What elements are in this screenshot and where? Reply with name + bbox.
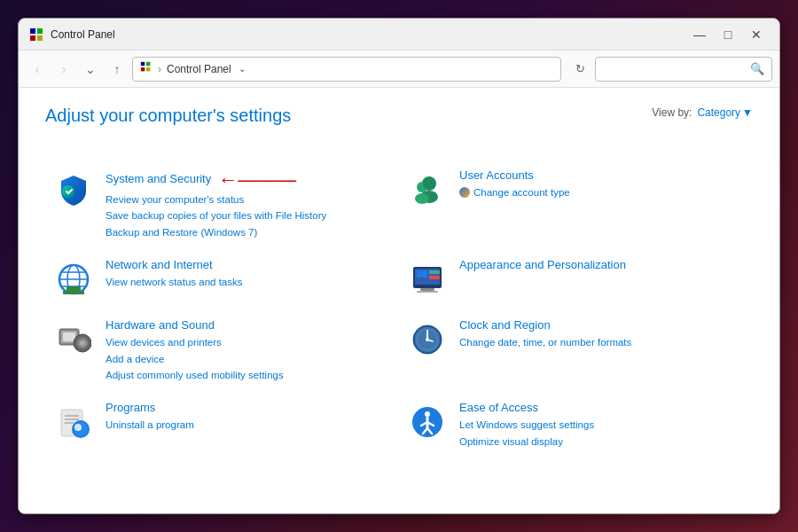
- system-security-arrow: ←———: [218, 168, 296, 192]
- svg-point-48: [425, 411, 430, 417]
- svg-rect-25: [429, 276, 440, 279]
- svg-rect-20: [63, 291, 84, 294]
- view-by-dropdown[interactable]: Category ▼: [697, 106, 753, 119]
- category-system-security: System and Security ←——— Review your com…: [45, 160, 399, 249]
- user-accounts-text: User Accounts Change account type: [459, 168, 746, 200]
- svg-rect-3: [37, 35, 43, 41]
- address-dropdown[interactable]: ⌄: [235, 64, 249, 74]
- svg-point-33: [80, 340, 85, 346]
- svg-rect-2: [30, 35, 35, 41]
- refresh-button[interactable]: ↻: [568, 58, 591, 81]
- view-by-label: View by:: [652, 106, 692, 119]
- window-controls: — □ ✕: [687, 26, 769, 43]
- close-button[interactable]: ✕: [744, 26, 769, 43]
- programs-text: Programs Uninstall a program: [106, 401, 392, 433]
- page-title: Adjust your computer's settings: [45, 106, 291, 126]
- path-current: Control Panel: [167, 63, 231, 75]
- search-icon: 🔍: [750, 62, 764, 75]
- hardware-text: Hardware and Sound View devices and prin…: [106, 318, 392, 383]
- view-devices-link[interactable]: View devices and printers: [106, 334, 392, 350]
- view-by: View by: Category ▼: [652, 106, 753, 119]
- minimize-button[interactable]: —: [687, 26, 712, 43]
- clock-icon: [406, 318, 449, 361]
- user-accounts-title[interactable]: User Accounts: [459, 168, 746, 182]
- category-hardware-sound: Hardware and Sound View devices and prin…: [45, 309, 399, 392]
- system-security-icon: [52, 168, 95, 211]
- window-title: Control Panel: [51, 28, 687, 41]
- svg-point-12: [415, 193, 429, 204]
- recent-button[interactable]: ⌄: [79, 58, 102, 81]
- windows-suggest-link[interactable]: Let Windows suggest settings: [459, 417, 746, 433]
- svg-rect-5: [146, 62, 150, 66]
- save-backup-link[interactable]: Save backup copies of your files with Fi…: [106, 207, 392, 223]
- svg-rect-7: [146, 67, 150, 71]
- appearance-text: Appearance and Personalization: [459, 258, 746, 274]
- review-computer-status-link[interactable]: Review your computer's status: [106, 192, 392, 207]
- svg-rect-6: [141, 67, 145, 71]
- category-ease-access: Ease of Access Let Windows suggest setti…: [399, 392, 753, 458]
- ease-access-text: Ease of Access Let Windows suggest setti…: [459, 401, 746, 450]
- clock-title[interactable]: Clock and Region: [459, 318, 746, 332]
- network-icon: [52, 258, 95, 301]
- svg-rect-27: [417, 291, 438, 293]
- svg-point-39: [426, 338, 429, 341]
- search-input[interactable]: [603, 63, 750, 75]
- control-panel-window: Control Panel — □ ✕ ‹ › ⌄ ↑ › Control Pa…: [18, 18, 780, 514]
- ease-access-icon: [406, 401, 449, 443]
- programs-icon: [52, 401, 95, 443]
- forward-button[interactable]: ›: [52, 58, 75, 81]
- user-accounts-icon: [406, 168, 449, 211]
- address-path[interactable]: › Control Panel ⌄: [132, 57, 561, 82]
- svg-rect-1: [37, 28, 43, 34]
- svg-rect-30: [63, 332, 75, 341]
- main-content: Adjust your computer's settings View by:…: [19, 88, 779, 513]
- category-user-accounts: User Accounts Change account type: [399, 160, 753, 249]
- hardware-icon: [52, 318, 95, 361]
- svg-rect-0: [30, 28, 35, 34]
- category-appearance: Appearance and Personalization: [399, 249, 753, 309]
- network-text: Network and Internet View network status…: [106, 258, 392, 290]
- change-account-type-link[interactable]: Change account type: [459, 184, 746, 200]
- svg-rect-24: [429, 270, 440, 274]
- mobility-settings-link[interactable]: Adjust commonly used mobility settings: [106, 367, 392, 383]
- panel-grid: System and Security ←——— Review your com…: [45, 160, 753, 458]
- ease-access-title[interactable]: Ease of Access: [459, 401, 746, 414]
- title-bar: Control Panel — □ ✕: [19, 19, 779, 51]
- system-security-title[interactable]: System and Security: [106, 172, 211, 185]
- appearance-title[interactable]: Appearance and Personalization: [459, 258, 746, 271]
- system-security-text: System and Security ←——— Review your com…: [106, 168, 392, 240]
- category-network-internet: Network and Internet View network status…: [45, 249, 399, 309]
- change-date-link[interactable]: Change date, time, or number formats: [459, 334, 746, 350]
- uninstall-program-link[interactable]: Uninstall a program: [106, 417, 392, 433]
- category-programs: Programs Uninstall a program: [45, 392, 399, 458]
- clock-text: Clock and Region Change date, time, or n…: [459, 318, 746, 350]
- uac-shield-icon: [459, 187, 470, 198]
- svg-point-13: [423, 177, 435, 190]
- maximize-button[interactable]: □: [716, 26, 740, 43]
- network-title[interactable]: Network and Internet: [106, 258, 392, 271]
- programs-title[interactable]: Programs: [106, 401, 392, 414]
- svg-rect-23: [417, 270, 427, 278]
- category-clock-region: Clock and Region Change date, time, or n…: [399, 309, 753, 392]
- optimize-display-link[interactable]: Optimize visual display: [459, 434, 746, 450]
- svg-rect-26: [420, 288, 434, 291]
- add-device-link[interactable]: Add a device: [106, 351, 392, 367]
- path-separator: ›: [158, 63, 161, 75]
- up-button[interactable]: ↑: [106, 58, 129, 81]
- svg-rect-4: [141, 62, 145, 66]
- svg-point-46: [74, 424, 82, 431]
- hardware-title[interactable]: Hardware and Sound: [106, 318, 392, 332]
- back-button[interactable]: ‹: [26, 58, 49, 81]
- view-network-status-link[interactable]: View network status and tasks: [106, 274, 392, 290]
- window-icon: [29, 27, 43, 42]
- svg-point-8: [62, 185, 74, 198]
- appearance-icon: [406, 258, 449, 301]
- path-icon: [140, 61, 153, 76]
- address-bar: ‹ › ⌄ ↑ › Control Panel ⌄ ↻ 🔍: [19, 51, 779, 88]
- search-box[interactable]: 🔍: [595, 57, 772, 82]
- backup-restore-link[interactable]: Backup and Restore (Windows 7): [106, 224, 392, 240]
